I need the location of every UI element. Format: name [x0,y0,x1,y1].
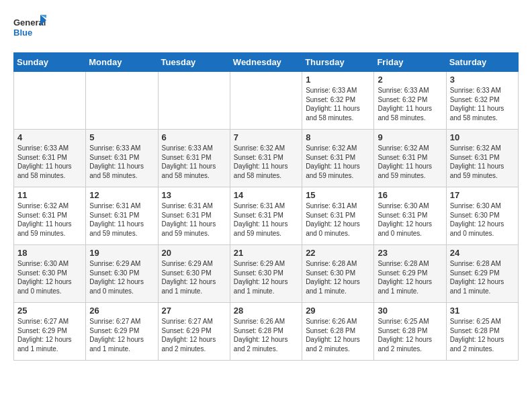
calendar-cell: 7Sunrise: 6:32 AM Sunset: 6:31 PM Daylig… [230,130,302,187]
day-number: 28 [234,306,298,316]
day-number: 18 [17,248,82,258]
logo-svg: General Blue [13,13,47,42]
cell-info: Sunrise: 6:26 AM Sunset: 6:28 PM Dayligh… [234,317,298,353]
cell-info: Sunrise: 6:29 AM Sunset: 6:30 PM Dayligh… [234,259,298,295]
cell-info: Sunrise: 6:32 AM Sunset: 6:31 PM Dayligh… [17,201,82,238]
calendar-cell: 15Sunrise: 6:31 AM Sunset: 6:31 PM Dayli… [302,187,374,245]
cell-info: Sunrise: 6:30 AM Sunset: 6:30 PM Dayligh… [450,201,515,238]
calendar-cell: 17Sunrise: 6:30 AM Sunset: 6:30 PM Dayli… [446,187,518,245]
day-number: 4 [17,132,82,142]
day-number: 12 [89,190,154,200]
cell-info: Sunrise: 6:29 AM Sunset: 6:30 PM Dayligh… [162,259,226,295]
day-number: 31 [450,306,515,316]
cell-info: Sunrise: 6:29 AM Sunset: 6:30 PM Dayligh… [89,259,154,295]
day-number: 24 [450,248,515,258]
calendar-cell: 10Sunrise: 6:32 AM Sunset: 6:31 PM Dayli… [446,130,518,187]
calendar-week-row: 4Sunrise: 6:33 AM Sunset: 6:31 PM Daylig… [14,130,519,187]
calendar-cell: 2Sunrise: 6:33 AM Sunset: 6:32 PM Daylig… [374,72,446,130]
day-number: 8 [306,132,370,142]
calendar-cell: 21Sunrise: 6:29 AM Sunset: 6:30 PM Dayli… [230,245,302,303]
logo: General Blue [13,13,47,42]
day-number: 21 [234,248,298,258]
cell-info: Sunrise: 6:33 AM Sunset: 6:31 PM Dayligh… [162,144,226,180]
calendar-cell: 28Sunrise: 6:26 AM Sunset: 6:28 PM Dayli… [230,303,302,361]
day-number: 19 [89,248,154,258]
day-number: 16 [378,190,442,200]
cell-info: Sunrise: 6:33 AM Sunset: 6:32 PM Dayligh… [306,86,370,122]
day-number: 27 [162,306,226,316]
day-number: 3 [450,75,515,85]
calendar-cell: 14Sunrise: 6:31 AM Sunset: 6:31 PM Dayli… [230,187,302,245]
day-number: 20 [162,248,226,258]
cell-info: Sunrise: 6:28 AM Sunset: 6:29 PM Dayligh… [450,259,515,295]
day-number: 5 [89,132,154,142]
calendar-cell [14,72,86,130]
calendar-week-row: 1Sunrise: 6:33 AM Sunset: 6:32 PM Daylig… [14,72,519,130]
calendar-cell: 5Sunrise: 6:33 AM Sunset: 6:31 PM Daylig… [86,130,158,187]
cell-info: Sunrise: 6:28 AM Sunset: 6:29 PM Dayligh… [378,259,442,295]
calendar-cell: 4Sunrise: 6:33 AM Sunset: 6:31 PM Daylig… [14,130,86,187]
day-number: 1 [306,75,370,85]
calendar-cell: 11Sunrise: 6:32 AM Sunset: 6:31 PM Dayli… [14,187,86,245]
weekday-header-saturday: Saturday [446,53,518,72]
calendar-cell: 8Sunrise: 6:32 AM Sunset: 6:31 PM Daylig… [302,130,374,187]
day-number: 15 [306,190,370,200]
cell-info: Sunrise: 6:32 AM Sunset: 6:31 PM Dayligh… [306,144,370,180]
calendar-cell: 24Sunrise: 6:28 AM Sunset: 6:29 PM Dayli… [446,245,518,303]
weekday-header-row: SundayMondayTuesdayWednesdayThursdayFrid… [14,53,519,72]
calendar-cell: 9Sunrise: 6:32 AM Sunset: 6:31 PM Daylig… [374,130,446,187]
day-number: 9 [378,132,442,142]
day-number: 26 [89,306,154,316]
day-number: 13 [162,190,226,200]
calendar-cell: 1Sunrise: 6:33 AM Sunset: 6:32 PM Daylig… [302,72,374,130]
cell-info: Sunrise: 6:27 AM Sunset: 6:29 PM Dayligh… [162,317,226,353]
cell-info: Sunrise: 6:33 AM Sunset: 6:31 PM Dayligh… [17,144,82,180]
cell-info: Sunrise: 6:32 AM Sunset: 6:31 PM Dayligh… [450,144,515,180]
cell-info: Sunrise: 6:30 AM Sunset: 6:30 PM Dayligh… [17,259,82,295]
day-number: 14 [234,190,298,200]
calendar-cell: 25Sunrise: 6:27 AM Sunset: 6:29 PM Dayli… [14,303,86,361]
page-header: General Blue [13,13,519,42]
day-number: 17 [450,190,515,200]
day-number: 23 [378,248,442,258]
day-number: 25 [17,306,82,316]
calendar-cell [230,72,302,130]
weekday-header-sunday: Sunday [14,53,86,72]
calendar-cell: 31Sunrise: 6:25 AM Sunset: 6:28 PM Dayli… [446,303,518,361]
cell-info: Sunrise: 6:25 AM Sunset: 6:28 PM Dayligh… [450,317,515,353]
day-number: 7 [234,132,298,142]
cell-info: Sunrise: 6:31 AM Sunset: 6:31 PM Dayligh… [306,201,370,238]
calendar-cell: 13Sunrise: 6:31 AM Sunset: 6:31 PM Dayli… [158,187,230,245]
cell-info: Sunrise: 6:32 AM Sunset: 6:31 PM Dayligh… [234,144,298,180]
cell-info: Sunrise: 6:31 AM Sunset: 6:31 PM Dayligh… [162,201,226,238]
calendar-cell: 3Sunrise: 6:33 AM Sunset: 6:32 PM Daylig… [446,72,518,130]
calendar-cell: 29Sunrise: 6:26 AM Sunset: 6:28 PM Dayli… [302,303,374,361]
day-number: 22 [306,248,370,258]
calendar-cell: 27Sunrise: 6:27 AM Sunset: 6:29 PM Dayli… [158,303,230,361]
calendar-cell: 30Sunrise: 6:25 AM Sunset: 6:28 PM Dayli… [374,303,446,361]
cell-info: Sunrise: 6:31 AM Sunset: 6:31 PM Dayligh… [89,201,154,238]
calendar-cell: 19Sunrise: 6:29 AM Sunset: 6:30 PM Dayli… [86,245,158,303]
calendar-week-row: 25Sunrise: 6:27 AM Sunset: 6:29 PM Dayli… [14,303,519,361]
cell-info: Sunrise: 6:27 AM Sunset: 6:29 PM Dayligh… [89,317,154,353]
weekday-header-wednesday: Wednesday [230,53,302,72]
cell-info: Sunrise: 6:30 AM Sunset: 6:31 PM Dayligh… [378,201,442,238]
calendar-week-row: 18Sunrise: 6:30 AM Sunset: 6:30 PM Dayli… [14,245,519,303]
cell-info: Sunrise: 6:33 AM Sunset: 6:31 PM Dayligh… [89,144,154,180]
cell-info: Sunrise: 6:28 AM Sunset: 6:30 PM Dayligh… [306,259,370,295]
weekday-header-thursday: Thursday [302,53,374,72]
calendar-cell: 20Sunrise: 6:29 AM Sunset: 6:30 PM Dayli… [158,245,230,303]
cell-info: Sunrise: 6:31 AM Sunset: 6:31 PM Dayligh… [234,201,298,238]
calendar-table: SundayMondayTuesdayWednesdayThursdayFrid… [13,52,519,361]
calendar-cell [86,72,158,130]
day-number: 2 [378,75,442,85]
calendar-cell: 16Sunrise: 6:30 AM Sunset: 6:31 PM Dayli… [374,187,446,245]
weekday-header-friday: Friday [374,53,446,72]
calendar-cell: 18Sunrise: 6:30 AM Sunset: 6:30 PM Dayli… [14,245,86,303]
day-number: 30 [378,306,442,316]
weekday-header-tuesday: Tuesday [158,53,230,72]
cell-info: Sunrise: 6:26 AM Sunset: 6:28 PM Dayligh… [306,317,370,353]
calendar-cell: 22Sunrise: 6:28 AM Sunset: 6:30 PM Dayli… [302,245,374,303]
svg-text:Blue: Blue [13,28,32,38]
day-number: 10 [450,132,515,142]
